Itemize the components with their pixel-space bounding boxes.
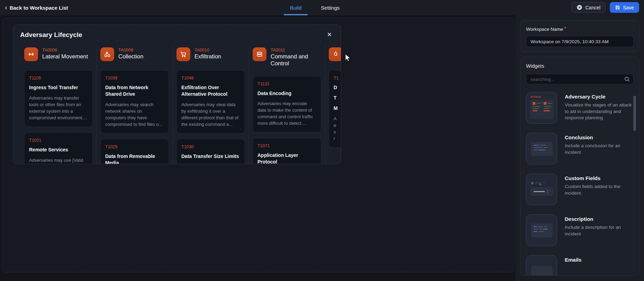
tactic-column-ta0008: TA0008Lateral MovementT1105Ingress Tool …	[24, 47, 93, 161]
widget-panel-title: Adversary Lifecycle	[20, 31, 82, 39]
technique-card[interactable]: T1048Exfiltration Over Alternative Proto…	[176, 70, 245, 133]
tactic-column-ta0009: TA0009CollectionT1039Data from Network S…	[100, 47, 169, 161]
technique-name: Application Layer Protocol	[257, 152, 316, 164]
technique-name-fragment: T	[334, 95, 341, 101]
chevron-left-icon: ‹	[5, 4, 7, 11]
technique-id: T1030	[181, 144, 240, 149]
technique-name: Remote Services	[29, 147, 88, 153]
technique-card[interactable]: T1021Remote ServicesAdversaries may use …	[24, 132, 93, 164]
back-link[interactable]: ‹ Back to Workspace List	[5, 0, 68, 15]
technique-name: Data from Removable Media	[105, 153, 164, 164]
tactic-column-ta0011: TA0011Command and ControlT1132Data Encod…	[253, 47, 321, 161]
technique-id: T1132	[257, 82, 316, 86]
arrows-left-right-icon	[24, 47, 38, 61]
technique-name: Ingress Tool Transfer	[29, 84, 88, 91]
technique-name: Data Transfer Size Limits	[181, 153, 240, 160]
technique-id: T1	[334, 76, 341, 81]
tactic-header: TA0008Lateral Movement	[24, 47, 93, 61]
save-icon	[615, 5, 620, 10]
flame-icon	[329, 47, 341, 61]
tab-build[interactable]: Build	[280, 0, 311, 15]
tab-settings[interactable]: Settings	[311, 0, 349, 15]
technique-description: Adversaries may encode data to make the …	[257, 101, 316, 127]
technique-card[interactable]: T1039Data from Network Shared DriveAdver…	[100, 70, 169, 133]
widget-title: Emails	[565, 257, 634, 263]
technique-description: Adversaries may steal data by exfiltrati…	[181, 102, 240, 128]
technique-description-fragment: Aesr	[334, 116, 341, 142]
topbar-actions: Cancel Save	[571, 2, 639, 13]
widget-title: Description	[565, 216, 634, 222]
close-icon[interactable]: ✕	[326, 30, 333, 39]
adversary-lifecycle-widget[interactable]: Adversary Lifecycle ✕ TA0008Lateral Move…	[13, 25, 341, 164]
technique-card[interactable]: T1030Data Transfer Size Limits	[176, 139, 245, 164]
workspace-name-label: Workspace Name	[526, 27, 563, 32]
cart-icon	[176, 47, 190, 61]
technique-id: T1048	[181, 76, 240, 81]
technique-card[interactable]: T1071Application Layer Protocol	[253, 138, 321, 164]
widget-title: Conclusion	[565, 134, 634, 140]
technique-card[interactable]: T1DTMAesr	[329, 70, 341, 148]
topbar: ‹ Back to Workspace List Build Settings …	[0, 0, 644, 15]
widget-thumbnail: ATTACK	[526, 92, 557, 124]
widget-search-input[interactable]	[526, 74, 634, 84]
widget-title: Adversary Cycle	[565, 94, 634, 100]
tactic-id: TA0008	[42, 48, 88, 53]
technique-description: Adversaries may transfer tools or other …	[29, 95, 88, 121]
shapes-icon	[100, 47, 114, 61]
widget-title: Custom Fields	[565, 175, 634, 181]
tactic-columns: TA0008Lateral MovementT1105Ingress Tool …	[24, 47, 341, 161]
server-stack-icon	[253, 47, 266, 61]
technique-description: Adversaries may use [Valid	[29, 157, 88, 164]
widget-description: Include a conclusion for an incident	[565, 143, 634, 156]
technique-card[interactable]: T1132Data EncodingAdversaries may encode…	[253, 76, 321, 133]
tactic-name: Exfiltration	[194, 53, 221, 60]
technique-id: T1105	[29, 76, 88, 81]
workspace-name-input[interactable]	[526, 36, 634, 47]
technique-name-fragment: M	[334, 105, 341, 112]
technique-card[interactable]: T1105Ingress Tool TransferAdversaries ma…	[24, 70, 93, 127]
tactic-id: TA0009	[118, 48, 143, 53]
workspace-name-card: Workspace Name*	[520, 20, 640, 52]
widgets-title: Widgets	[526, 63, 634, 69]
widget-description: Custom fields added to the incident.	[565, 184, 634, 196]
back-link-label: Back to Workspace List	[10, 5, 68, 11]
close-circle-icon	[577, 4, 582, 10]
technique-id: T1039	[105, 76, 164, 81]
widget-list-item[interactable]: DescriptionInclude a description for an …	[526, 214, 634, 246]
technique-name-fragment: D	[334, 84, 341, 91]
technique-id: T1025	[105, 144, 164, 149]
tactic-header	[329, 47, 341, 61]
save-button[interactable]: Save	[610, 2, 639, 13]
technique-description: Adversaries may search network shares on…	[105, 102, 164, 128]
cancel-button[interactable]: Cancel	[571, 2, 606, 13]
tactic-name: Collection	[118, 53, 143, 60]
widget-list-item[interactable]: B / U "TCustom FieldsCustom fields added…	[526, 174, 634, 205]
widget-thumbnail	[526, 214, 557, 246]
search-icon	[624, 76, 630, 84]
save-button-label: Save	[623, 5, 634, 10]
builder-canvas[interactable]: Adversary Lifecycle ✕ TA0008Lateral Move…	[2, 18, 514, 272]
technique-id: T1021	[29, 138, 88, 143]
widgets-card: Widgets ATTACKAdversary CycleVisualize t…	[520, 57, 640, 276]
tactic-header: TA0010Exfiltration	[176, 47, 245, 61]
mouse-cursor	[345, 54, 352, 63]
tactic-id: TA0011	[271, 48, 321, 53]
tactic-header: TA0011Command and Control	[253, 47, 321, 67]
tactic-id: TA0010	[194, 48, 221, 53]
widget-list-item[interactable]: ConclusionInclude a conclusion for an in…	[526, 133, 634, 165]
view-tabs: Build Settings	[280, 0, 350, 15]
widget-description: Include a description for an incident	[565, 224, 634, 237]
tactic-header: TA0009Collection	[100, 47, 169, 61]
widget-description: Visualize the stages of an attack to aid…	[565, 102, 634, 121]
tactic-name: Lateral Movement	[42, 53, 88, 60]
widget-list-item[interactable]: Emails	[526, 255, 634, 276]
widget-thumbnail	[526, 255, 557, 276]
technique-name: Data Encoding	[257, 90, 316, 97]
technique-id: T1071	[257, 143, 316, 148]
tactic-column-clipped: T1DTMAesr	[329, 47, 341, 161]
widget-list-scrollbar[interactable]	[633, 96, 636, 131]
settings-sidebar: Workspace Name* Widgets ATTACKAdversary …	[515, 15, 644, 281]
technique-card[interactable]: T1025Data from Removable Media	[100, 139, 169, 164]
technique-name: Data from Network Shared Drive	[105, 84, 164, 97]
widget-list-item[interactable]: ATTACKAdversary CycleVisualize the stage…	[526, 92, 634, 124]
